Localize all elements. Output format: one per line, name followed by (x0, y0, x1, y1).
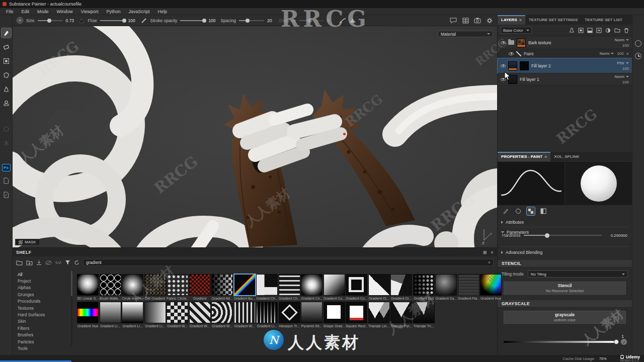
hide-eye-icon[interactable] (45, 260, 52, 265)
shelf-resource[interactable]: Gradient (189, 274, 211, 300)
pen-pressure-icon[interactable] (140, 17, 147, 24)
add-smart-material-icon[interactable] (605, 28, 611, 33)
shelf-resource[interactable]: Brush Malle... (100, 274, 121, 300)
hardness-slider[interactable] (524, 235, 602, 236)
grid-table-icon[interactable] (462, 17, 469, 24)
shelf-resource[interactable]: Gradient Bu... (234, 274, 256, 300)
layer-name[interactable]: Paint (524, 51, 597, 56)
grayscale-slider[interactable] (504, 341, 618, 343)
layer-row[interactable]: Fill layer 2 Pthr 100 × (498, 58, 632, 73)
split-view-mode-icon[interactable] (539, 207, 547, 215)
resource-thumbnail[interactable] (368, 302, 390, 323)
resource-thumbnail[interactable] (234, 302, 256, 323)
shelf-resource[interactable]: Gradient Li... (256, 302, 278, 328)
resource-thumbnail[interactable] (100, 302, 121, 323)
brush-tip-icon[interactable] (78, 17, 85, 24)
menu-item[interactable]: Help (153, 9, 171, 14)
blend-mode-select[interactable]: Norm (614, 74, 629, 79)
layer-visibility-eye-icon[interactable] (501, 78, 506, 81)
shelf-resource[interactable]: Shape Grad... (324, 302, 345, 328)
resource-thumbnail[interactable] (390, 302, 412, 323)
layer-row[interactable]: Bark texture Norm 100 × (498, 36, 632, 49)
close-icon[interactable]: × (519, 18, 522, 23)
shelf-resource[interactable]: Fabric Circle... (167, 274, 188, 300)
shelf-resource[interactable]: Gradient Li... (122, 302, 143, 328)
close-icon[interactable]: × (544, 154, 547, 159)
shelf-search-box[interactable]: × (83, 259, 494, 266)
resource-thumbnail[interactable] (211, 274, 233, 296)
shelf-category[interactable]: Procedurals (15, 298, 63, 305)
resource-thumbnail[interactable] (279, 274, 300, 296)
camera-icon[interactable] (474, 17, 481, 24)
shelf-category[interactable]: Grunges (15, 291, 63, 298)
shelf-resource[interactable]: Gradient Hue (77, 302, 99, 328)
stroke-opacity-value[interactable]: 100 (208, 18, 217, 23)
shelf-resource[interactable]: Gradient W... (167, 302, 188, 328)
link-icon[interactable] (55, 260, 61, 265)
resource-thumbnail[interactable] (167, 302, 188, 323)
shelf-scrollbar[interactable] (71, 271, 72, 346)
menu-item[interactable]: JavaScript (124, 9, 153, 14)
add-fill-layer-icon[interactable] (587, 28, 593, 33)
layer-thumbnail[interactable] (517, 38, 526, 47)
spacing-value[interactable]: 20 (267, 18, 276, 23)
sphere-mode-icon[interactable] (514, 207, 522, 215)
layer-opacity-value[interactable]: 100 (622, 43, 629, 48)
stroke-opacity-slider[interactable] (180, 20, 205, 21)
material-picker-tool[interactable] (2, 124, 11, 134)
shelf-category[interactable]: Project (15, 278, 63, 284)
photoshop-export-badge[interactable]: Ps (2, 164, 11, 171)
shelf-resource[interactable]: Circle Invert... (122, 274, 143, 300)
resource-thumbnail[interactable] (77, 274, 99, 296)
shelf-resource[interactable]: Gradient Li... (144, 302, 166, 328)
layer-opacity-value[interactable]: 100 (622, 66, 629, 71)
shelf-resource[interactable]: Dirt Gradient (144, 274, 166, 300)
resource-thumbnail[interactable] (413, 302, 435, 323)
new-folder-icon[interactable] (26, 260, 33, 265)
stroke-falloff-preview[interactable] (498, 162, 565, 205)
resource-thumbnail[interactable] (189, 274, 211, 296)
add-effect-icon[interactable] (569, 28, 575, 33)
blend-mode-select[interactable]: Norm (614, 38, 629, 42)
menu-item[interactable]: File (2, 9, 18, 14)
stencil-resource-slot[interactable]: Stencil No Resource Selected (504, 282, 626, 295)
resource-thumbnail[interactable] (234, 274, 256, 296)
hardness-value[interactable]: 0.290000 (605, 233, 627, 238)
resource-thumbnail[interactable] (368, 274, 390, 296)
resource-thumbnail[interactable] (324, 302, 345, 323)
layer-mask-thumbnail[interactable] (520, 61, 529, 70)
settings-gear-icon[interactable] (486, 17, 493, 24)
shelf-search-input[interactable] (86, 260, 486, 265)
add-folder-icon[interactable] (614, 28, 620, 33)
shelf-resource[interactable]: Gradient W... (189, 302, 211, 328)
viewport-display-select[interactable]: Material (438, 31, 493, 37)
resource-thumbnail[interactable] (413, 274, 435, 296)
resource-thumbnail[interactable] (390, 274, 412, 296)
resource-thumbnail[interactable] (256, 274, 278, 296)
close-icon[interactable]: × (626, 51, 629, 56)
resource-thumbnail[interactable] (279, 302, 300, 323)
layer-name[interactable]: Fill layer 2 (531, 63, 614, 68)
distance-value[interactable]: 8 (327, 18, 336, 23)
clear-search-icon[interactable]: × (488, 260, 491, 265)
shelf-resource[interactable]: Gradient Co... (346, 274, 367, 300)
polygon-fill-tool[interactable] (2, 70, 11, 80)
shelf-resource[interactable]: Gradient Alt... (211, 274, 233, 300)
shelf-resource[interactable]: Triangle Lin... (368, 302, 390, 328)
resource-thumbnail[interactable] (458, 274, 479, 296)
shelf-resource[interactable]: Gradient W... (211, 302, 233, 328)
refresh-icon[interactable] (74, 260, 79, 265)
viewport-3d[interactable]: Material MASK Z x (13, 26, 497, 247)
resource-thumbnail[interactable] (144, 274, 166, 296)
shelf-resource[interactable]: Square Rect... (346, 302, 367, 328)
shelf-resource[interactable]: Gradient Dot (413, 274, 435, 300)
falloff-curve-icon[interactable] (339, 17, 346, 24)
resource-thumbnail[interactable] (211, 302, 233, 323)
shelf-category[interactable]: Skin (15, 318, 63, 325)
shelf-resource[interactable]: Gradient W... (234, 302, 256, 328)
shelf-category[interactable]: Alphas (15, 285, 63, 291)
layer-visibility-eye-icon[interactable] (501, 41, 506, 44)
resource-thumbnail[interactable] (256, 302, 278, 323)
grayscale-resource-slot[interactable]: grayscale uniform color (504, 311, 626, 324)
hardness-profile-icon[interactable] (349, 17, 356, 24)
